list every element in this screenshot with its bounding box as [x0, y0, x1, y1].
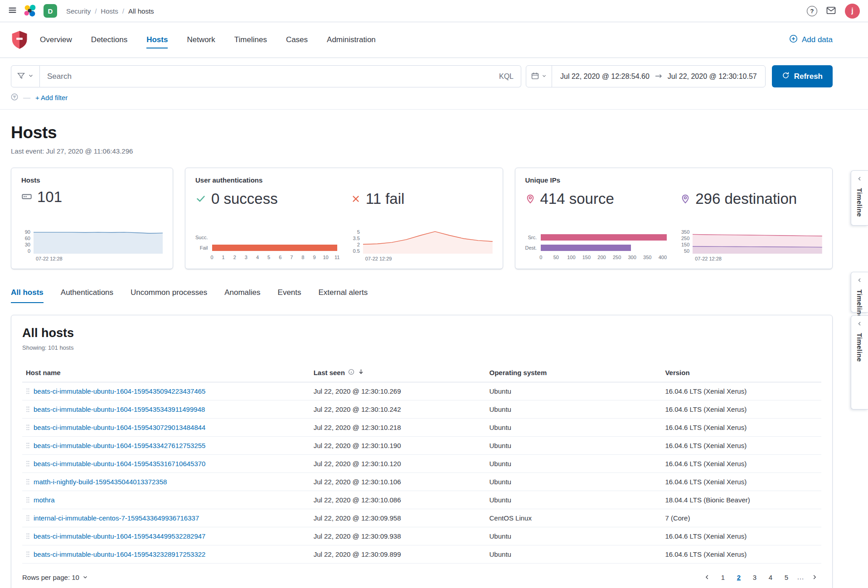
filter-options-button[interactable] — [11, 93, 18, 102]
last-seen-cell: Jul 22, 2020 @ 12:30:09.899 — [310, 545, 486, 564]
drag-handle-icon[interactable] — [26, 496, 30, 503]
menu-button[interactable] — [8, 6, 17, 16]
table-row: beats-ci-immutable-ubuntu-1604-159543449… — [22, 527, 821, 545]
host-link[interactable]: matth-i-nightly-build-159543504401337235… — [34, 478, 167, 486]
tab-all-hosts[interactable]: All hosts — [11, 288, 44, 303]
refresh-button[interactable]: Refresh — [772, 65, 833, 87]
last-seen-cell: Jul 22, 2020 @ 12:30:10.242 — [310, 400, 486, 419]
drag-handle-icon[interactable] — [26, 442, 30, 449]
query-bar-section: KQL Jul 22, 2020 @ 12:28:54.60 Jul 22, 2… — [0, 58, 868, 110]
help-button[interactable]: ? — [807, 6, 817, 16]
space-badge[interactable]: D — [44, 4, 57, 18]
app-nav: Overview Detections Hosts Network Timeli… — [0, 22, 868, 58]
host-link[interactable]: beats-ci-immutable-ubuntu-1604-159543072… — [34, 424, 205, 431]
version-cell: 16.04.6 LTS (Xenial Xerus) — [661, 437, 821, 455]
host-link[interactable]: beats-ci-immutable-ubuntu-1604-159543534… — [34, 405, 205, 413]
ips-bar-chart: Src.Dest.050100150200250300350400 — [525, 232, 667, 261]
host-link[interactable]: beats-ci-immutable-ubuntu-1604-159543232… — [34, 550, 205, 558]
host-link[interactable]: beats-ci-immutable-ubuntu-1604-159543509… — [34, 387, 205, 395]
page-1[interactable]: 1 — [716, 570, 730, 584]
table-row: matth-i-nightly-build-159543504401337235… — [22, 473, 821, 491]
drag-handle-icon[interactable] — [26, 551, 30, 558]
breadcrumb-separator: / — [122, 7, 124, 15]
date-range-end[interactable]: Jul 22, 2020 @ 12:30:10.57 — [668, 72, 757, 81]
dash-icon: — — [23, 94, 30, 102]
search-input[interactable] — [47, 72, 494, 81]
kpi-card-unique-ips: Unique IPs 414 source Src.Dest.050100150… — [515, 168, 833, 269]
drag-handle-icon[interactable] — [26, 424, 30, 431]
timeline-flyout-tab[interactable]: Timeline — [851, 170, 868, 226]
plus-in-circle-icon — [789, 34, 798, 45]
os-cell: Ubuntu — [486, 400, 662, 419]
version-cell: 16.04.6 LTS (Xenial Xerus) — [661, 545, 821, 564]
timeline-flyout-tab[interactable]: Timeline — [851, 272, 868, 313]
all-hosts-panel: All hosts Showing: 101 hosts Host name L… — [11, 315, 833, 588]
sort-desc-icon — [358, 368, 364, 376]
calendar-icon — [531, 72, 539, 81]
nav-tab-overview[interactable]: Overview — [40, 33, 72, 47]
elastic-logo[interactable] — [23, 4, 37, 18]
column-header-last-seen[interactable]: Last seen — [310, 363, 486, 382]
nav-tab-cases[interactable]: Cases — [286, 33, 308, 47]
page-2-current[interactable]: 2 — [732, 570, 746, 584]
chevron-left-icon — [857, 277, 863, 285]
add-filter-button[interactable]: + Add filter — [35, 94, 68, 101]
newsfeed-button[interactable] — [826, 6, 836, 16]
os-cell: Ubuntu — [486, 437, 662, 455]
drag-handle-icon[interactable] — [26, 533, 30, 540]
hosts-section-tabs: All hosts Authentications Uncommon proce… — [0, 269, 868, 303]
kpi-hosts-value: 101 — [37, 188, 62, 206]
nav-tab-hosts[interactable]: Hosts — [146, 33, 168, 47]
last-event-text: Last event: Jul 27, 2020 @ 11:06:43.296 — [11, 147, 833, 155]
next-page-button[interactable] — [808, 570, 821, 584]
tab-authentications[interactable]: Authentications — [61, 288, 113, 303]
nav-tab-timelines[interactable]: Timelines — [234, 33, 267, 47]
table-showing-count: Showing: 101 hosts — [22, 344, 821, 351]
host-link[interactable]: mothra — [34, 496, 55, 504]
version-cell: 18.04.4 LTS (Bionic Beaver) — [661, 491, 821, 509]
kql-language-toggle[interactable]: KQL — [499, 72, 514, 81]
date-range-start[interactable]: Jul 22, 2020 @ 12:28:54.60 — [560, 72, 650, 81]
drag-handle-icon[interactable] — [26, 460, 30, 467]
drag-handle-icon[interactable] — [26, 478, 30, 485]
last-seen-cell: Jul 22, 2020 @ 12:30:10.086 — [310, 491, 486, 509]
help-icon: ? — [807, 6, 817, 16]
rows-per-page-button[interactable]: Rows per page: 10 — [22, 574, 88, 581]
top-bar: D Security / Hosts / All hosts ? j — [0, 0, 868, 22]
page-5[interactable]: 5 — [780, 570, 793, 584]
previous-page-button[interactable] — [700, 570, 714, 584]
add-data-button[interactable]: Add data — [789, 34, 833, 45]
host-link[interactable]: internal-ci-immutable-centos-7-159543364… — [34, 514, 199, 522]
tab-events[interactable]: Events — [278, 288, 301, 303]
drag-handle-icon[interactable] — [26, 406, 30, 413]
date-quick-select-button[interactable] — [526, 66, 552, 87]
page-title: Hosts — [11, 123, 833, 142]
tab-external-alerts[interactable]: External alerts — [319, 288, 368, 303]
saved-query-menu-button[interactable] — [11, 65, 40, 87]
nav-tab-network[interactable]: Network — [187, 33, 215, 47]
tab-anomalies[interactable]: Anomalies — [224, 288, 260, 303]
kpi-ips-title: Unique IPs — [525, 176, 823, 184]
host-link[interactable]: beats-ci-immutable-ubuntu-1604-159543449… — [34, 532, 205, 540]
page-3[interactable]: 3 — [748, 570, 761, 584]
table-row: beats-ci-immutable-ubuntu-1604-159543509… — [22, 382, 821, 400]
breadcrumb-security[interactable]: Security — [66, 7, 91, 15]
user-avatar[interactable]: j — [845, 4, 860, 19]
timeline-flyout-tab[interactable]: Timeline — [851, 315, 868, 410]
drag-handle-icon[interactable] — [26, 388, 30, 395]
drag-handle-icon[interactable] — [26, 515, 30, 521]
version-cell: 16.04.6 LTS (Xenial Xerus) — [661, 400, 821, 419]
check-icon — [195, 190, 206, 207]
table-row: beats-ci-immutable-ubuntu-1604-159543531… — [22, 455, 821, 473]
kpi-ips-source: 414 source — [540, 190, 614, 207]
tab-uncommon-processes[interactable]: Uncommon processes — [131, 288, 207, 303]
page-4[interactable]: 4 — [764, 570, 777, 584]
host-link[interactable]: beats-ci-immutable-ubuntu-1604-159543342… — [34, 442, 205, 449]
nav-tab-administration[interactable]: Administration — [327, 33, 376, 47]
os-cell: Ubuntu — [486, 527, 662, 545]
host-link[interactable]: beats-ci-immutable-ubuntu-1604-159543531… — [34, 460, 205, 468]
search-box: KQL — [40, 65, 521, 87]
breadcrumb-hosts[interactable]: Hosts — [101, 7, 118, 15]
nav-tab-detections[interactable]: Detections — [91, 33, 127, 47]
table-title: All hosts — [22, 326, 821, 340]
